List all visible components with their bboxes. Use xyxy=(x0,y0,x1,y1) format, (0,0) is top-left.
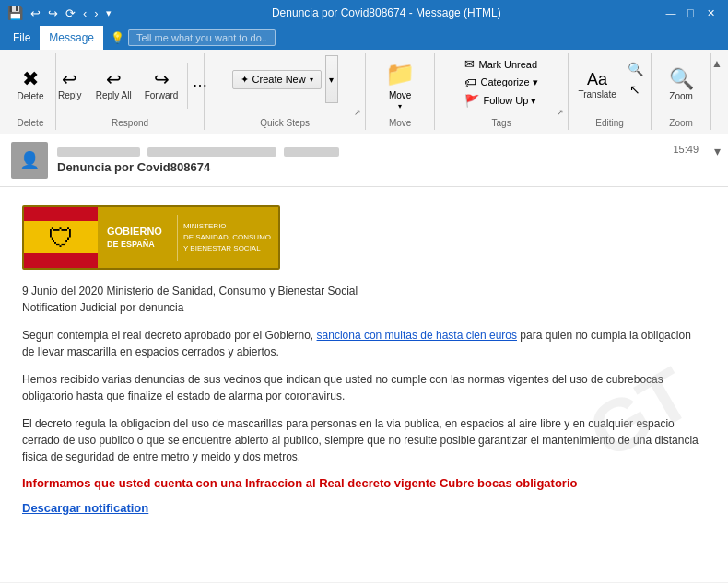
download-link[interactable]: Descargar notification xyxy=(22,501,148,515)
move-dropdown-icon: ▾ xyxy=(398,102,402,111)
expand-icon: ▾ xyxy=(329,75,334,85)
email-paragraph-2: Hemos recibido varias denuncias de sus v… xyxy=(22,371,706,404)
move-group-label: Move xyxy=(389,118,411,128)
forward-button[interactable]: ↪ Forward xyxy=(139,67,184,103)
fine-link[interactable]: sanciona con multas de hasta cien euros xyxy=(317,329,517,342)
follow-up-label: Follow Up ▾ xyxy=(483,95,536,107)
ministry-text: MINISTERIODE SANIDAD, CONSUMOY BIENESTAR… xyxy=(183,221,271,254)
gov-logo: 🛡 GOBIERNO DE ESPAÑA MINISTERIODE SANIDA… xyxy=(22,205,280,270)
delete-group-label: Delete xyxy=(18,118,44,128)
lightbulb-icon: 💡 xyxy=(111,31,124,44)
cursor-button[interactable]: ↖ xyxy=(624,80,647,99)
follow-up-icon: 🚩 xyxy=(464,94,479,108)
undo-btn[interactable]: ↩ xyxy=(30,6,41,20)
reply-label: Reply xyxy=(58,90,82,100)
create-new-icon: ✦ xyxy=(241,74,249,86)
zoom-button[interactable]: 🔍 Zoom xyxy=(663,66,699,104)
email-warning: Informamos que usted cuenta con una Infr… xyxy=(22,476,706,490)
forward-icon: ↪ xyxy=(154,70,170,88)
reply-all-button[interactable]: ↩ Reply All xyxy=(90,67,137,103)
from-row xyxy=(57,147,717,157)
ribbon-group-quicksteps: ✦ Create New ▾ ▾ Quick Steps ↗ xyxy=(205,53,366,130)
sender-name-placeholder xyxy=(57,147,140,157)
ribbon-group-tags: ✉ Mark Unread 🏷 Categorize ▾ 🚩 Follow Up… xyxy=(435,53,569,130)
minimize-button[interactable]: — xyxy=(662,4,680,22)
categorize-icon: 🏷 xyxy=(464,76,476,89)
refresh-btn[interactable]: ⟳ xyxy=(65,6,76,20)
para1-before: Segun contempla el real decreto aprobado… xyxy=(22,329,317,342)
email-meta: Denuncia por Covid808674 xyxy=(57,147,717,174)
quicksteps-group-label: Quick Steps xyxy=(260,118,310,128)
translate-button[interactable]: Aa Translate xyxy=(572,68,621,102)
mark-unread-label: Mark Unread xyxy=(478,59,537,70)
email-notification-line: Notification Judicial por denuncia xyxy=(22,301,706,314)
nav-more[interactable]: ▾ xyxy=(106,7,112,19)
search-icon: 🔍 xyxy=(628,62,643,76)
ribbon-group-move: 📁 Move ▾ Move xyxy=(366,53,435,130)
delete-label: Delete xyxy=(18,91,44,101)
ribbon: ✖ Delete Delete ↩ Reply ↩ Reply All ↪ Fo… xyxy=(0,50,728,134)
translate-label: Translate xyxy=(578,89,616,99)
mark-unread-button[interactable]: ✉ Mark Unread xyxy=(461,55,541,73)
nav-forward[interactable]: › xyxy=(94,6,98,20)
categorize-label: Categorize ▾ xyxy=(480,76,537,88)
zoom-label: Zoom xyxy=(669,91,693,101)
menu-bar: File Message 💡 xyxy=(0,26,728,50)
restore-button[interactable]: ⎕ xyxy=(682,4,700,22)
email-paragraph-3: El decreto regula la obligacion del uso … xyxy=(22,415,706,465)
editing-group-label: Editing xyxy=(595,118,624,128)
menu-message[interactable]: Message xyxy=(40,26,103,50)
close-button[interactable]: ✕ xyxy=(702,4,721,22)
create-new-button[interactable]: ✦ Create New ▾ xyxy=(232,70,322,89)
quicksteps-expand[interactable]: ▾ xyxy=(325,55,338,103)
tags-group-label: Tags xyxy=(492,118,511,128)
email-date: 9 Junio del 2020 Ministerio de Sanidad, … xyxy=(22,285,706,297)
tell-me-input[interactable] xyxy=(128,29,276,46)
zoom-icon: 🔍 xyxy=(669,69,694,89)
email-subject: Denuncia por Covid808674 xyxy=(57,160,717,174)
move-icon: 📁 xyxy=(385,60,415,88)
delete-icon: ✖ xyxy=(22,69,39,89)
expand-header-button[interactable]: ▾ xyxy=(714,144,721,158)
menu-file[interactable]: File xyxy=(4,26,40,50)
create-new-label: Create New xyxy=(252,74,306,85)
cursor-icon: ↖ xyxy=(629,82,640,97)
sender-avatar: 👤 xyxy=(11,142,48,179)
ribbon-group-delete: ✖ Delete Delete xyxy=(6,53,56,130)
title-bar: 💾 ↩ ↪ ⟳ ‹ › ▾ Denuncia por Covid808674 -… xyxy=(0,0,728,26)
logo-divider xyxy=(177,215,178,261)
ribbon-group-respond: ↩ Reply ↩ Reply All ↪ Forward ⋯ Respond xyxy=(56,53,205,130)
gov-name-text: GOBIERNO DE ESPAÑA xyxy=(98,219,171,256)
sender-email-placeholder xyxy=(147,147,276,157)
move-label: Move xyxy=(389,90,411,100)
sender-extra-placeholder xyxy=(284,147,339,157)
reply-all-label: Reply All xyxy=(96,90,132,100)
reply-all-icon: ↩ xyxy=(106,70,122,88)
spain-flag: 🛡 xyxy=(24,205,98,270)
collapse-ribbon-button[interactable]: ▲ xyxy=(711,57,722,70)
zoom-group-label: Zoom xyxy=(669,118,693,128)
respond-group-label: Respond xyxy=(112,118,148,128)
tell-me-area: 💡 xyxy=(111,26,276,50)
forward-label: Forward xyxy=(145,90,179,100)
ribbon-group-zoom: 🔍 Zoom Zoom xyxy=(652,53,711,130)
redo-btn[interactable]: ↪ xyxy=(48,6,58,20)
ribbon-group-editing: Aa Translate 🔍 ↖ Editing xyxy=(569,53,652,130)
delete-button[interactable]: ✖ Delete xyxy=(12,66,50,104)
window-title: Denuncia por Covid808674 - Message (HTML… xyxy=(272,6,501,19)
move-button[interactable]: 📁 Move ▾ xyxy=(377,56,423,114)
categorize-button[interactable]: 🏷 Categorize ▾ xyxy=(461,74,541,91)
dropdown-icon: ▾ xyxy=(310,76,313,84)
email-paragraph-1: Segun contempla el real decreto aprobado… xyxy=(22,327,706,360)
editing-search-button[interactable]: 🔍 xyxy=(624,60,647,78)
reply-button[interactable]: ↩ Reply xyxy=(52,67,88,103)
email-header: 👤 Denuncia por Covid808674 15:49 ▾ xyxy=(0,134,728,187)
email-time: 15:49 xyxy=(673,144,699,155)
email-body: GT 🛡 GOBIERNO DE ESPAÑA MINISTERIODE SAN… xyxy=(0,187,728,582)
mark-unread-icon: ✉ xyxy=(464,57,475,71)
follow-up-button[interactable]: 🚩 Follow Up ▾ xyxy=(461,92,541,110)
app-icon: 💾 xyxy=(7,6,23,20)
translate-icon: Aa xyxy=(587,71,607,87)
nav-back[interactable]: ‹ xyxy=(83,6,87,20)
reply-icon: ↩ xyxy=(62,70,77,88)
